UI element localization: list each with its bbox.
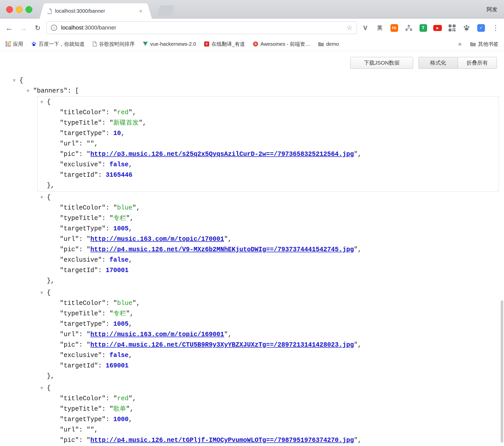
collapse-toggle-icon[interactable]: ▼ (39, 97, 45, 107)
collapse-toggle-icon[interactable]: ▼ (11, 75, 17, 86)
other-bookmarks-folder[interactable]: 其他书签 (470, 41, 498, 48)
kebab-menu-glyph: ⋮ (492, 24, 499, 32)
json-key: targetId (64, 267, 94, 274)
json-string-value: blue (117, 300, 132, 307)
page-info-icon[interactable]: i (51, 25, 57, 31)
json-number-value: 169001 (106, 362, 129, 369)
close-window-button[interactable] (6, 6, 13, 13)
json-url-link[interactable]: http://p4.music.126.net/V9-MXz6b2MNhEKju… (90, 246, 354, 253)
bookmark-label: Awesomes - 前端资… (260, 41, 310, 48)
bookmark-item-awesomes[interactable]: A Awesomes - 前端资… (253, 41, 310, 48)
json-line: "pic": "http://p3.music.126.net/s25q2x5Q… (60, 149, 499, 159)
paw-extension-icon[interactable] (462, 24, 471, 32)
json-string-value: red (117, 395, 129, 402)
forward-button[interactable]: → (18, 19, 29, 37)
reload-button[interactable]: ↻ (32, 19, 43, 37)
json-number-value: false (109, 256, 129, 264)
json-line: "pic": "http://p4.music.126.net/V9-MXz6b… (60, 244, 499, 255)
address-bar[interactable]: i localhost:3000/banner ☆ (47, 21, 357, 34)
back-button[interactable]: ← (4, 19, 15, 37)
json-line: "exclusive": false, (60, 350, 499, 361)
bookmark-item-demo[interactable]: demo (318, 41, 339, 47)
json-key: url (64, 235, 75, 243)
bookmark-item-youdao[interactable]: Y 在线翻译_有道 (204, 41, 245, 48)
new-tab-button[interactable] (157, 5, 175, 16)
json-line: ▼{ (47, 288, 499, 298)
json-url-link[interactable]: http://music.163.com/m/topic/170001 (90, 235, 224, 243)
page-icon (93, 41, 97, 47)
url-text: localhost:3000/banner (61, 24, 116, 31)
fehelper-extension-icon[interactable]: FE (390, 24, 399, 32)
bookmarks-overflow-chevron[interactable]: » (458, 40, 461, 48)
json-line: "titleColor": "red", (60, 393, 499, 404)
json-line: "exclusive": false, (60, 159, 499, 170)
shield-extension-icon[interactable]: T (419, 24, 428, 32)
bookmark-label: 百度一下，你就知道 (39, 41, 85, 48)
collapse-toggle-icon[interactable]: ▼ (25, 86, 31, 96)
download-json-button[interactable]: 下载JSON数据 (350, 57, 413, 69)
vimium-glyph: V (363, 24, 367, 32)
check-shield-extension-icon[interactable]: ✓ (477, 24, 485, 32)
browser-menu-icon[interactable]: ⋮ (491, 24, 500, 32)
json-line: "targetType": 1000, (60, 414, 499, 425)
bookmark-item-baidu[interactable]: 百度一下，你就知道 (31, 41, 85, 48)
collapse-toggle-icon[interactable]: ▼ (39, 383, 45, 393)
json-key: targetId (64, 362, 94, 369)
collapse-toggle-icon[interactable]: ▼ (39, 192, 45, 203)
json-key: pic (64, 341, 75, 349)
json-url-link[interactable]: http://p4.music.126.net/CTU5B9R9y3XyYBZX… (90, 341, 354, 349)
tab-close-icon[interactable]: × (137, 8, 144, 15)
bookmark-item-vue-hackernews[interactable]: vue-hackernews-2.0 (143, 41, 196, 47)
bookmark-label: 谷歌按时间排序 (99, 41, 135, 48)
vertical-scrollbar[interactable] (501, 300, 503, 443)
url-host: localhost (61, 24, 83, 31)
json-line: "url": "http://music.163.com/m/topic/170… (60, 234, 499, 244)
json-line: }, (47, 276, 499, 286)
bookmark-label: 在线翻译_有道 (212, 41, 245, 48)
json-string-value: 专栏 (113, 215, 126, 222)
json-line: "url": "http://music.163.com/m/topic/169… (60, 329, 499, 340)
shield-glyph: T (419, 24, 427, 32)
json-string-value: red (117, 109, 129, 116)
minimize-window-button[interactable] (16, 6, 23, 13)
apps-grid-icon (6, 41, 11, 47)
json-line: ▼{ (19, 75, 504, 86)
bookmark-item-google-sort[interactable]: 谷歌按时间排序 (93, 41, 135, 48)
youdao-glyph: Y (204, 41, 209, 47)
qrcode-extension-icon[interactable] (448, 24, 456, 32)
browser-toolbar: ← → ↻ i localhost:3000/banner ☆ V 英 FE T… (0, 19, 504, 37)
json-line: "targetId": 170001 (60, 265, 499, 276)
zoom-window-button[interactable] (25, 6, 32, 13)
json-line: "pic": "http://p4.music.126.net/CTU5B9R9… (60, 340, 499, 350)
json-key: typeTitle (64, 119, 98, 127)
profile-name[interactable]: 阿发 (487, 0, 497, 19)
json-key: url (64, 331, 75, 338)
vue-logo-icon (143, 42, 148, 46)
json-url-link[interactable]: http://music.163.com/m/topic/169001 (90, 331, 224, 338)
fehelper-glyph: FE (390, 24, 398, 32)
json-url-link[interactable]: http://p3.music.126.net/s25q2x5QyqsAzilC… (90, 151, 354, 158)
json-tree: ▼{▼"banners": [▼{"titleColor": "red","ty… (0, 75, 504, 446)
translate-extension-icon[interactable]: 英 (375, 24, 384, 32)
sitemap-extension-icon[interactable] (404, 24, 413, 32)
json-line: ▼{ (47, 383, 499, 393)
youtube-extension-icon[interactable]: ▶ (433, 24, 442, 32)
json-number-value: false (109, 352, 129, 359)
collapse-toggle-icon[interactable]: ▼ (39, 288, 45, 298)
bookmark-star-icon[interactable]: ☆ (346, 24, 353, 32)
format-button[interactable]: 格式化 (419, 57, 458, 68)
json-line: "targetId": 169001 (60, 361, 499, 371)
awesomes-glyph: A (253, 41, 258, 47)
json-number-value: 1000 (113, 416, 129, 423)
json-key: targetType (64, 416, 102, 423)
json-key: url (64, 426, 75, 434)
other-bookmarks-label: 其他书签 (478, 41, 498, 48)
collapse-all-button[interactable]: 折叠所有 (458, 57, 497, 68)
banner-object: ▼{"titleColor": "red","typeTitle": "歌单",… (37, 382, 499, 446)
json-string-value: 歌单 (113, 405, 126, 413)
json-number-value: 10 (113, 130, 121, 137)
json-url-link[interactable]: http://p4.music.126.net/tGPljf-IMOCyPvum… (90, 437, 354, 444)
bookmark-item-apps[interactable]: 应用 (6, 41, 23, 48)
vimium-extension-icon[interactable]: V (361, 24, 370, 32)
browser-tab[interactable]: localhost:3000/banner × (45, 3, 147, 19)
